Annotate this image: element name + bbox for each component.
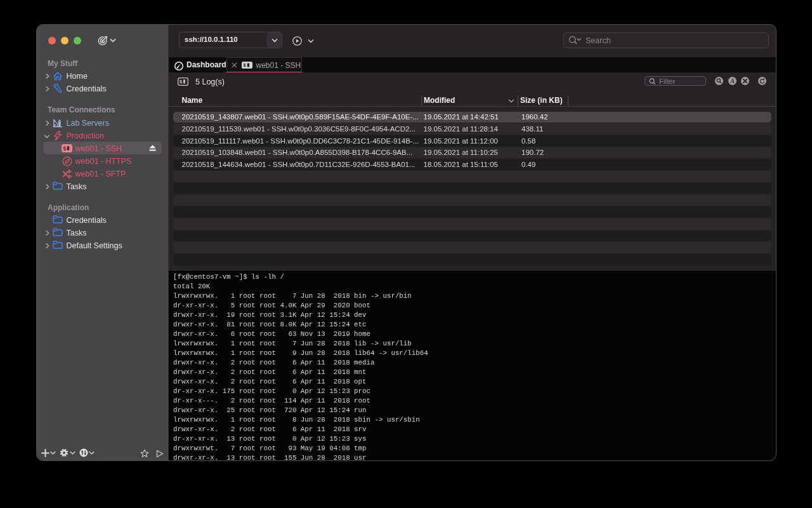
svg-text:A: A: [730, 77, 734, 84]
svg-text:$: $: [180, 79, 182, 84]
